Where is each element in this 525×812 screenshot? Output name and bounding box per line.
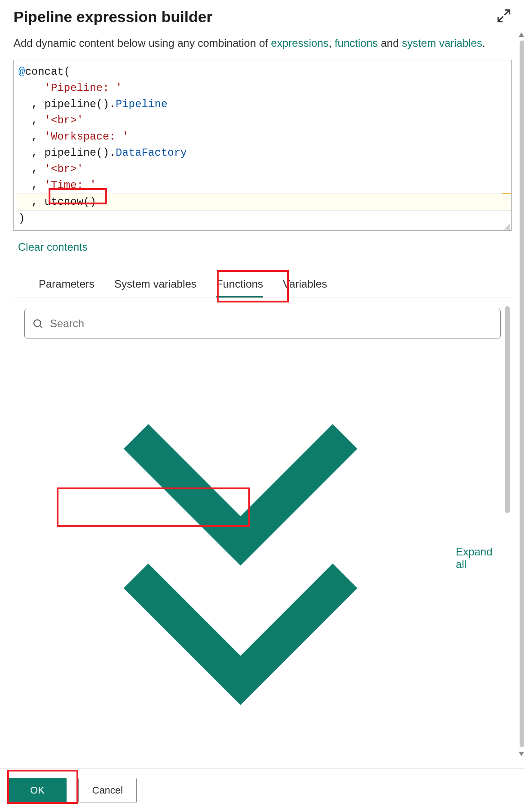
expression-editor[interactable]: @concat( 'Pipeline: ' , pipeline().Pipel… (13, 60, 512, 231)
ok-button[interactable]: OK (8, 778, 67, 803)
scroll-down-icon[interactable] (518, 751, 525, 757)
link-functions[interactable]: functions (335, 37, 378, 49)
subtitle: Add dynamic content below using any comb… (13, 36, 512, 51)
code-line[interactable]: , '<br>' (17, 113, 511, 129)
tab-system-variables[interactable]: System variables (114, 272, 197, 298)
code-line[interactable]: , 'Time: ' (17, 177, 511, 194)
functions-scrollbar[interactable] (505, 306, 510, 513)
functions-panel: Expand all Collection FunctionsConversio… (13, 309, 512, 768)
tabs: ParametersSystem variablesFunctionsVaria… (13, 272, 512, 298)
page-title: Pipeline expression builder (13, 8, 212, 26)
scroll-up-icon[interactable] (518, 32, 525, 38)
tab-parameters[interactable]: Parameters (39, 272, 94, 298)
clear-contents-link[interactable]: Clear contents (18, 241, 88, 253)
expand-icon[interactable] (496, 8, 512, 23)
code-line[interactable]: @concat( (17, 64, 511, 80)
code-line[interactable]: , pipeline().DataFactory (17, 145, 511, 161)
search-box[interactable] (24, 309, 501, 338)
search-input[interactable] (50, 317, 493, 330)
panel-body: Pipeline expression builder Add dynamic … (0, 0, 525, 768)
code-line[interactable]: ) (17, 211, 511, 227)
code-line[interactable]: 'Pipeline: ' (17, 80, 511, 96)
footer: OK Cancel (0, 768, 525, 812)
link-expressions[interactable]: expressions (271, 37, 328, 49)
code-line[interactable]: , pipeline().Pipeline (17, 96, 511, 113)
code-line[interactable]: , utcnow() (17, 194, 511, 211)
link-system-variables[interactable]: system variables (402, 37, 482, 49)
expand-all-link[interactable]: Expand all (24, 349, 501, 767)
tab-functions[interactable]: Functions (216, 272, 263, 298)
code-line[interactable]: , 'Workspace: ' (17, 129, 511, 145)
panel-scrollbar[interactable] (520, 41, 524, 747)
svg-point-0 (34, 320, 40, 326)
search-icon (32, 318, 44, 329)
tab-variables[interactable]: Variables (283, 272, 327, 298)
code-line[interactable]: , '<br>' (17, 161, 511, 177)
double-chevron-down-icon (31, 349, 449, 767)
cancel-button[interactable]: Cancel (78, 778, 137, 803)
